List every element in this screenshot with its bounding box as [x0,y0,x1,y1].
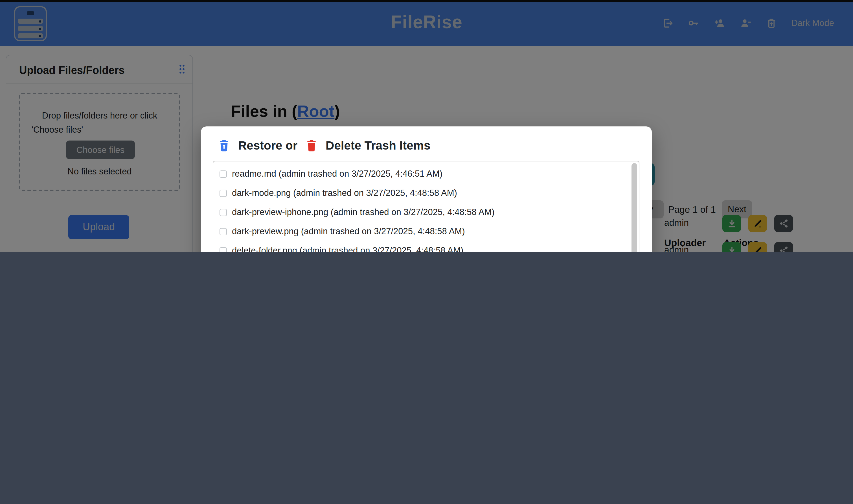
trash-item-checkbox[interactable] [219,247,227,252]
trash-item-checkbox[interactable] [219,170,227,178]
modal-title-delete: Delete Trash Items [326,139,430,152]
trash-item-label: delete-folder.png (admin trashed on 3/27… [232,246,463,252]
trash-items-list: readme.md (admin trashed on 3/27/2025, 4… [213,161,639,252]
trash-item-label: dark-preview.png (admin trashed on 3/27/… [232,226,465,236]
filerise-app: Files in (Root) Switch to Gallery View P… [0,0,853,252]
trash-list-item: dark-mode.png (admin trashed on 3/27/202… [219,184,457,201]
trash-list-item: dark-preview-iphone.png (admin trashed o… [219,204,495,221]
trash-item-label: dark-mode.png (admin trashed on 3/27/202… [232,188,457,198]
scrollbar-thumb[interactable] [632,163,637,252]
trash-item-label: readme.md (admin trashed on 3/27/2025, 4… [232,169,442,179]
trash-item-checkbox[interactable] [219,190,227,197]
trash-list-item: dark-preview.png (admin trashed on 3/27/… [219,223,465,240]
trash-restore-icon [218,139,230,152]
trash-item-label: dark-preview-iphone.png (admin trashed o… [232,207,495,217]
trash-list-item: delete-folder.png (admin trashed on 3/27… [219,242,463,252]
trash-item-checkbox[interactable] [219,209,227,216]
trash-modal-title: Restore or Delete Trash Items [218,139,430,152]
scrollbar-track[interactable] [632,163,637,252]
trash-list-item: readme.md (admin trashed on 3/27/2025, 4… [219,165,442,182]
modal-title-restore: Restore or [238,139,297,152]
trash-item-checkbox[interactable] [219,228,227,235]
trash-delete-icon [305,139,318,152]
